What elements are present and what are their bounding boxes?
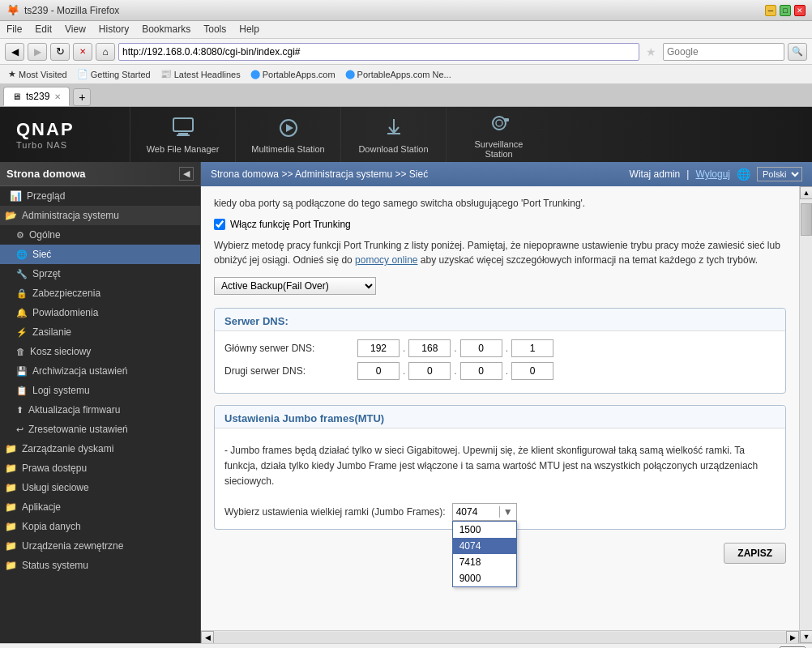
dns2-label: Drugi serwer DNS: <box>224 365 354 377</box>
dns2-octet4[interactable] <box>511 362 553 380</box>
dns2-octet3[interactable] <box>460 362 502 380</box>
sidebar-item-zresetowanie[interactable]: ↩ Zresetowanie ustawień <box>0 420 200 439</box>
bookmark-portableapps-ne[interactable]: ⬤ PortableApps.com Ne... <box>342 68 455 80</box>
close-btn[interactable]: ✕ <box>794 5 806 16</box>
new-tab-button[interactable]: + <box>73 88 91 106</box>
jumbo-option-4074[interactable]: 4074 <box>453 538 516 554</box>
sidebar-section-aplikacje[interactable]: 📁 Aplikacje <box>0 497 200 517</box>
chevron-down-icon: ▼ <box>499 506 513 518</box>
sidebar-item-siec[interactable]: 🌐 Sieć <box>0 245 200 264</box>
stop-button[interactable]: ✕ <box>73 43 92 61</box>
bookmark-portableapps[interactable]: ⬤ PortableApps.com <box>247 68 339 80</box>
maximize-btn[interactable]: □ <box>780 5 791 16</box>
sidebar-item-logi[interactable]: 📋 Logi systemu <box>0 381 200 400</box>
sidebar-section-status[interactable]: 📁 Status systemu <box>0 556 200 575</box>
jumbo-select-display[interactable]: 4074 ▼ <box>452 503 517 521</box>
sidebar-section-dyski[interactable]: 📁 Zarządzanie dyskami <box>0 439 200 458</box>
dns2-octet1[interactable] <box>357 362 400 380</box>
scroll-thumb[interactable] <box>801 203 812 236</box>
sidebar-section-prawa[interactable]: 📁 Prawa dostępu <box>0 458 200 478</box>
minimize-btn[interactable]: ─ <box>765 5 776 16</box>
menu-help[interactable]: Help <box>233 21 266 38</box>
network-icon: 🌐 <box>16 249 28 260</box>
language-select[interactable]: Polski <box>757 167 802 181</box>
sidebar-collapse-button[interactable]: ◀ <box>179 167 194 181</box>
tab-favicon: 🖥 <box>12 92 21 101</box>
svg-rect-0 <box>173 118 193 131</box>
browser-title: ts239 - Mozilla Firefox <box>24 5 119 16</box>
nav-download-station[interactable]: Download Station <box>340 107 446 162</box>
menu-edit[interactable]: Edit <box>28 21 58 38</box>
trunking-mode-select[interactable]: Active Backup(Fail Over)Balance-rr802.3a… <box>214 277 376 295</box>
svg-marker-4 <box>286 124 293 132</box>
portableapps2-icon: ⬤ <box>345 69 355 79</box>
menu-view[interactable]: View <box>58 21 92 38</box>
overview-icon: 📊 <box>10 190 22 202</box>
dns1-octet1[interactable] <box>357 339 400 357</box>
folder-urzadzenia-icon: 📁 <box>5 540 17 552</box>
sidebar-section-uslugi[interactable]: 📁 Usługi sieciowe <box>0 478 200 497</box>
sidebar-section-admin[interactable]: 📂 Administracja systemu <box>0 206 200 225</box>
menu-history[interactable]: History <box>92 21 135 38</box>
logout-link[interactable]: Wyloguj <box>695 168 730 180</box>
reload-button[interactable]: ↻ <box>50 43 70 61</box>
address-bar[interactable] <box>118 43 639 61</box>
jumbo-select-wrapper[interactable]: 4074 ▼ 1500 4074 7418 9000 <box>452 503 517 521</box>
svg-rect-9 <box>504 118 509 122</box>
save-button[interactable]: ZAPISZ <box>724 543 786 564</box>
sidebar: Strona domowa ◀ 📊 Przegląd 📂 Administrac… <box>0 162 201 643</box>
jumbo-option-9000[interactable]: 9000 <box>453 570 516 586</box>
bookmark-star[interactable]: ★ <box>643 45 660 58</box>
sidebar-item-archiwizacja[interactable]: 💾 Archiwizacja ustawień <box>0 361 200 381</box>
sidebar-section-kopia[interactable]: 📁 Kopia danych <box>0 517 200 536</box>
sidebar-item-aktualizacja[interactable]: ⬆ Aktualizacja firmwaru <box>0 400 200 420</box>
sidebar-item-ogolne[interactable]: ⚙ Ogólne <box>0 225 200 245</box>
search-button[interactable]: 🔍 <box>788 43 807 61</box>
qnap-logo: QNAP Turbo NAS <box>0 107 130 162</box>
jumbo-description: - Jumbo frames będą działać tylko w siec… <box>224 437 776 497</box>
menu-file[interactable]: File <box>0 21 28 38</box>
jumbo-option-7418[interactable]: 7418 <box>453 554 516 570</box>
active-tab[interactable]: 🖥 ts239 ✕ <box>3 87 70 106</box>
jumbo-option-1500[interactable]: 1500 <box>453 522 516 538</box>
h-scroll-track[interactable] <box>214 632 786 643</box>
port-trunking-label[interactable]: Włącz funkcję Port Trunking <box>230 219 351 230</box>
sidebar-section-urzadzenia[interactable]: 📁 Urządzenia zewnętrzne <box>0 536 200 556</box>
sidebar-item-zabezpieczenia[interactable]: 🔒 Zabezpieczenia <box>0 284 200 303</box>
dns1-octet4[interactable] <box>511 339 553 357</box>
svg-rect-2 <box>177 134 190 136</box>
menu-tools[interactable]: Tools <box>197 21 233 38</box>
sidebar-item-sprzet[interactable]: 🔧 Sprzęt <box>0 264 200 284</box>
nav-web-file-manager[interactable]: Web File Manager <box>130 107 235 162</box>
scroll-down-btn[interactable]: ▼ <box>800 630 812 643</box>
back-button[interactable]: ◀ <box>5 43 24 61</box>
dns1-octet3[interactable] <box>460 339 502 357</box>
archive-icon: 💾 <box>16 366 28 377</box>
dns2-octet2[interactable] <box>408 362 451 380</box>
home-button[interactable]: ⌂ <box>96 43 115 61</box>
help-online-link[interactable]: pomocy online <box>355 254 417 266</box>
scroll-up-btn[interactable]: ▲ <box>800 186 812 199</box>
folder-uslugi-icon: 📁 <box>5 482 17 493</box>
sidebar-item-kosz[interactable]: 🗑 Kosz sieciowy <box>0 342 200 361</box>
nav-surveillance-station[interactable]: Surveillance Station <box>446 107 551 162</box>
bookmark-most-visited[interactable]: ★ Most Visited <box>5 68 71 80</box>
sidebar-item-przeglad[interactable]: 📊 Przegląd <box>0 186 200 206</box>
h-scroll-right-btn[interactable]: ▶ <box>786 631 799 644</box>
menu-bookmarks[interactable]: Bookmarks <box>135 21 197 38</box>
dns1-octet2[interactable] <box>408 339 451 357</box>
bookmark-latest-headlines[interactable]: 📰 Latest Headlines <box>157 68 244 80</box>
h-scroll-left-btn[interactable]: ◀ <box>201 631 214 644</box>
search-input[interactable] <box>663 43 784 61</box>
nav-multimedia-station[interactable]: Multimedia Station <box>235 107 340 162</box>
sidebar-item-zasilanie[interactable]: ⚡ Zasilanie <box>0 322 200 342</box>
scroll-track[interactable] <box>800 199 812 630</box>
forward-button[interactable]: ▶ <box>28 43 47 61</box>
sidebar-item-powiadomienia[interactable]: 🔔 Powiadomienia <box>0 303 200 322</box>
tab-label: ts239 <box>26 91 49 102</box>
tab-close-icon[interactable]: ✕ <box>54 92 61 101</box>
bookmark-getting-started[interactable]: 📄 Getting Started <box>74 68 154 80</box>
vertical-scrollbar[interactable]: ▲ ▼ <box>799 186 812 643</box>
port-trunking-checkbox[interactable] <box>214 219 225 230</box>
dns-dot-6: . <box>506 365 508 377</box>
